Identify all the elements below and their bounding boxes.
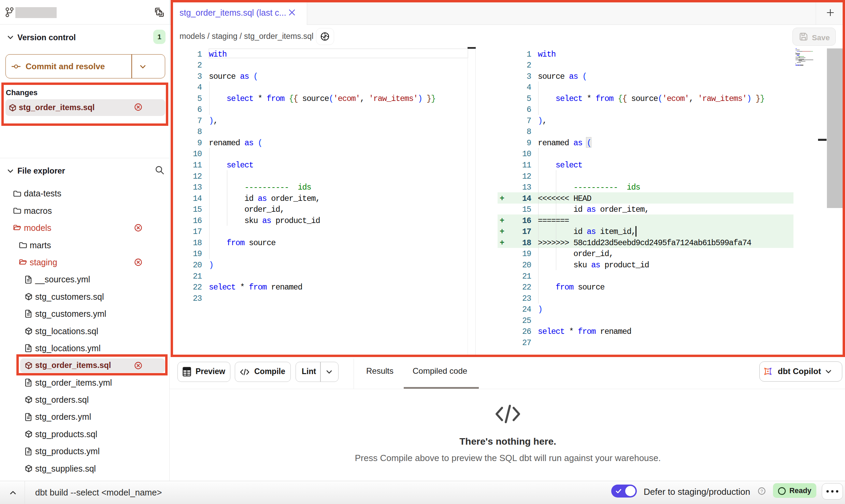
svg-text:?: ?	[760, 489, 763, 494]
